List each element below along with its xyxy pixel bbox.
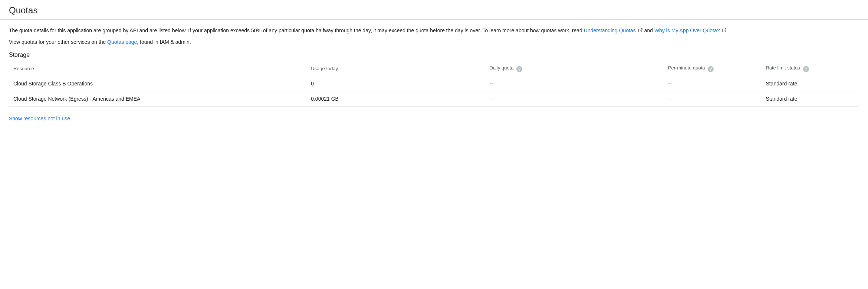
cell-per-minute-quota: -- [664,91,762,106]
cell-usage-today: 0.00021 GB [306,91,485,106]
intro-paragraph-1: The quota details for this application a… [9,26,859,35]
cell-rate-limit-status: Standard rate [761,91,859,106]
col-header-rate-limit-status: Rate limit status ? [761,61,859,76]
header-label: Per-minute quota [668,65,705,71]
show-resources-not-in-use-link[interactable]: Show resources not in use [9,116,70,121]
intro-paragraph-2: View quotas for your other services on t… [9,38,859,46]
cell-rate-limit-status: Standard rate [761,76,859,91]
header-label: Usage today [311,66,338,71]
intro-text: The quota details for this application a… [9,26,859,46]
help-icon[interactable]: ? [803,66,809,72]
col-header-daily-quota: Daily quota ? [485,61,664,76]
link-label: Understanding Quotas [584,27,636,33]
intro-text-segment: The quota details for this application a… [9,27,584,33]
col-header-resource: Resource [9,61,306,76]
header-label: Resource [13,66,34,71]
intro-text-segment: , found in IAM & admin. [137,39,191,45]
col-header-usage-today: Usage today [306,61,485,76]
external-link-icon [722,27,727,35]
cell-daily-quota: -- [485,91,664,106]
svg-line-1 [724,29,726,31]
intro-text-segment: and [644,27,654,33]
over-quota-link[interactable]: Why is My App Over Quota? [654,27,720,33]
cell-usage-today: 0 [306,76,485,91]
cell-per-minute-quota: -- [664,76,762,91]
cell-daily-quota: -- [485,76,664,91]
content-area: The quota details for this application a… [0,20,868,128]
header-label: Daily quota [490,65,514,71]
table-row: Cloud Storage Class B Operations 0 -- --… [9,76,859,91]
quotas-page-link[interactable]: Quotas page [107,39,137,45]
header-label: Rate limit status [766,65,800,71]
page-title: Quotas [9,5,859,16]
section-title-storage: Storage [9,52,859,58]
quota-table: Resource Usage today Daily quota ? Per-m… [9,61,859,107]
external-link-icon [638,27,643,35]
table-header-row: Resource Usage today Daily quota ? Per-m… [9,61,859,76]
svg-line-0 [640,29,642,31]
help-icon[interactable]: ? [708,66,714,72]
header-bar: Quotas [0,0,868,20]
link-label: Why is My App Over Quota? [654,27,720,33]
table-row: Cloud Storage Network (Egress) - America… [9,91,859,106]
cell-resource: Cloud Storage Network (Egress) - America… [9,91,306,106]
table-body: Cloud Storage Class B Operations 0 -- --… [9,76,859,106]
intro-text-segment: View quotas for your other services on t… [9,39,107,45]
cell-resource: Cloud Storage Class B Operations [9,76,306,91]
help-icon[interactable]: ? [516,66,522,72]
understanding-quotas-link[interactable]: Understanding Quotas [584,27,636,33]
col-header-per-minute-quota: Per-minute quota ? [664,61,762,76]
